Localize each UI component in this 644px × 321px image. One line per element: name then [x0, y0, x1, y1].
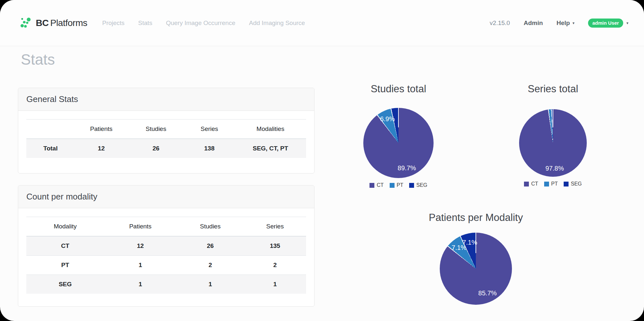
table-cell: 26 [128, 139, 184, 158]
card-title: General Stats [18, 88, 314, 111]
brand-name: BCPlatforms [36, 18, 87, 28]
nav-item-projects[interactable]: Projects [102, 19, 125, 27]
column-header: Modalities [235, 120, 306, 139]
nav-item-query-image-occurrence[interactable]: Query Image Occurrence [166, 19, 235, 27]
pie-chart[interactable]: 85.7%7.1%7.1% [440, 233, 512, 305]
table-cell: 1 [104, 275, 177, 294]
legend-swatch [409, 183, 414, 188]
table-cell: Total [26, 139, 74, 158]
table-cell: SEG [26, 275, 104, 294]
app-window: BCPlatforms Projects Stats Query Image O… [0, 0, 644, 321]
table-row: CT1226135 [26, 236, 306, 256]
page-title: Stats [21, 52, 55, 67]
legend-label: SEG [416, 182, 427, 188]
chevron-down-icon: ▾ [626, 21, 628, 25]
chart-title: Patients per Modality [429, 211, 523, 225]
help-menu[interactable]: Help ▾ [557, 19, 574, 27]
header-right: v2.15.0 Admin Help ▾ admin User ▾ [490, 19, 628, 28]
table-cell: PT [26, 256, 104, 275]
nav-item-add-imaging-source[interactable]: Add Imaging Source [249, 19, 305, 27]
legend-item[interactable]: SEG [409, 182, 427, 188]
brand-logo[interactable]: BCPlatforms [20, 17, 87, 30]
table-cell: 12 [74, 139, 128, 158]
legend-swatch [544, 182, 549, 186]
legend-swatch [390, 183, 395, 188]
legend-swatch [524, 182, 529, 186]
column-header: Patients [74, 120, 128, 139]
version-label: v2.15.0 [490, 19, 510, 27]
nav-item-stats[interactable]: Stats [138, 19, 152, 27]
legend-swatch [369, 183, 374, 188]
app-header: BCPlatforms Projects Stats Query Image O… [0, 0, 644, 46]
card-general-stats: General Stats PatientsStudiesSeriesModal… [18, 88, 315, 173]
help-menu-label: Help [557, 19, 570, 27]
admin-link[interactable]: Admin [524, 19, 543, 27]
table-row: Total1226138SEG, CT, PT [26, 139, 306, 158]
pie-slice-label: 85.7% [478, 289, 497, 297]
table-cell: 2 [244, 256, 306, 275]
chevron-down-icon: ▾ [572, 21, 574, 25]
column-header: Series [244, 217, 306, 237]
pie-slice-label: 7.1% [463, 238, 477, 246]
main-nav: Projects Stats Query Image Occurrence Ad… [102, 19, 305, 27]
card-title: Count per modality [18, 186, 314, 208]
chart-legend: CTPTSEG [524, 181, 582, 187]
column-header: Patients [104, 217, 177, 237]
column-header: Studies [128, 120, 184, 139]
table-cell: 135 [244, 236, 306, 256]
studies-total-chart: Studies total 89.7%6.9% CTPTSEG [327, 82, 470, 188]
count-per-modality-table: ModalityPatientsStudiesSeriesCT1226135PT… [26, 217, 306, 294]
legend-item[interactable]: CT [524, 181, 538, 187]
chart-title: Series total [528, 82, 578, 96]
user-badge: admin User [588, 19, 623, 28]
column-header: Studies [177, 217, 244, 237]
table-cell: 12 [104, 236, 177, 256]
pie-slice-label: 89.7% [397, 164, 416, 172]
column-header: Series [184, 120, 235, 139]
column-header [26, 120, 74, 139]
legend-label: SEG [571, 181, 582, 187]
table-cell: 138 [184, 139, 235, 158]
legend-item[interactable]: PT [390, 182, 403, 188]
legend-item[interactable]: CT [369, 182, 383, 188]
table-row: PT122 [26, 256, 306, 275]
table-cell: 1 [104, 256, 177, 275]
card-count-per-modality: Count per modality ModalityPatientsStudi… [18, 185, 315, 307]
pie-chart[interactable]: 97.8% [519, 109, 587, 177]
legend-label: CT [531, 181, 538, 187]
general-stats-table: PatientsStudiesSeriesModalitiesTotal1226… [26, 119, 306, 158]
patients-per-modality-chart: Patients per Modality 85.7%7.1%7.1% [404, 211, 547, 309]
legend-label: CT [377, 182, 383, 188]
pie-slice-label: 97.8% [545, 164, 564, 172]
table-cell: 2 [177, 256, 244, 275]
series-total-chart: Series total 97.8% CTPTSEG [481, 82, 624, 187]
chart-title: Studies total [371, 82, 426, 96]
table-row: SEG111 [26, 275, 306, 294]
table-cell: 1 [177, 275, 244, 294]
legend-label: PT [551, 181, 558, 187]
column-header: Modality [26, 217, 104, 237]
brand-logo-icon [20, 17, 33, 30]
legend-item[interactable]: PT [544, 181, 558, 187]
legend-item[interactable]: SEG [564, 181, 582, 187]
table-cell: 1 [244, 275, 306, 294]
table-cell: 26 [177, 236, 244, 256]
pie-chart[interactable]: 89.7%6.9% [363, 108, 434, 178]
pie-slice-label: 6.9% [380, 115, 395, 123]
legend-label: PT [397, 182, 403, 188]
table-cell: SEG, CT, PT [235, 139, 306, 158]
chart-legend: CTPTSEG [369, 182, 427, 188]
user-menu[interactable]: admin User ▾ [588, 19, 628, 28]
legend-swatch [564, 182, 569, 186]
table-cell: CT [26, 236, 104, 256]
